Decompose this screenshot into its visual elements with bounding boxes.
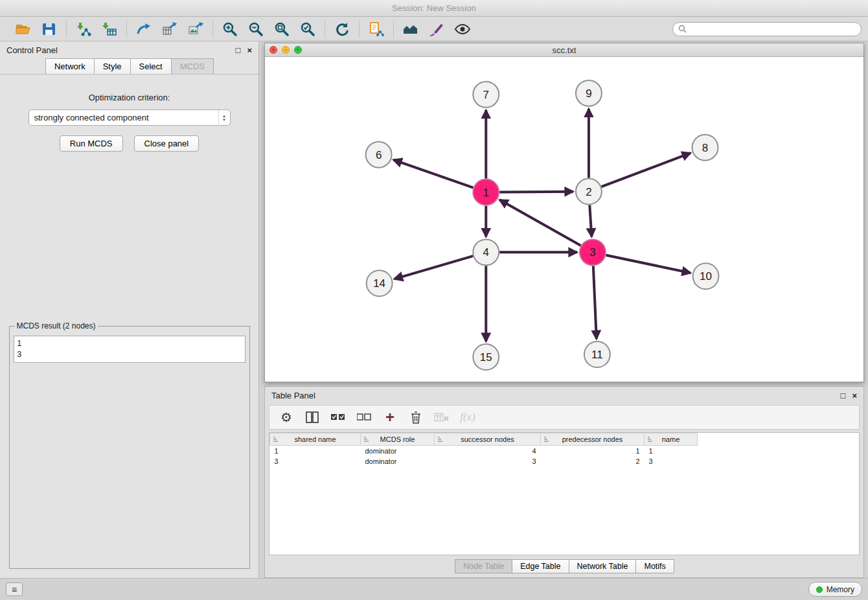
save-session-button[interactable]	[40, 20, 59, 38]
fx-icon: f(x)	[460, 411, 475, 424]
mcds-result-label: MCDS result (2 nodes)	[15, 321, 98, 330]
graph-node-label: 8	[702, 142, 708, 154]
mcds-result-group: MCDS result (2 nodes) 1 3	[9, 321, 250, 569]
graph-canvas[interactable]: 7968124314101511	[265, 57, 863, 382]
cell-shared-name[interactable]: 1	[270, 446, 361, 456]
search-input[interactable]	[690, 25, 856, 34]
brush-icon	[428, 21, 445, 37]
close-window-icon[interactable]: ×	[269, 46, 277, 54]
table-tabs: Node TableEdge TableNetwork TableMotifs	[265, 555, 863, 577]
export-table-button[interactable]	[160, 20, 179, 38]
column-header-mcds-role[interactable]: MCDS role	[361, 433, 435, 446]
graph-node-label: 4	[483, 246, 489, 259]
tab-network-table[interactable]: Network Table	[569, 559, 637, 573]
memory-button[interactable]: Memory	[808, 582, 862, 597]
close-table-panel-icon[interactable]: ×	[852, 391, 857, 400]
cell-successor-nodes[interactable]: 3	[435, 456, 541, 467]
cell-successor-nodes[interactable]: 4	[435, 446, 541, 456]
sort-icon	[437, 436, 444, 444]
show-columns-button[interactable]	[304, 408, 320, 426]
cell-mcds-role[interactable]: dominator	[361, 456, 435, 467]
cell-shared-name[interactable]: 3	[270, 456, 361, 467]
cell-name[interactable]: 1	[645, 446, 698, 456]
table-row[interactable]: 3dominator323	[270, 456, 860, 467]
graph-edge-3-10[interactable]	[606, 255, 691, 273]
zoom-window-icon[interactable]: +	[294, 46, 302, 54]
select-all-rows-button[interactable]	[330, 408, 346, 426]
graph-edge-3-11[interactable]	[593, 266, 597, 339]
zoom-selected-button[interactable]	[298, 20, 317, 38]
column-header-predecessor-nodes[interactable]: predecessor nodes	[541, 433, 645, 446]
run-mcds-button[interactable]: Run MCDS	[60, 135, 123, 152]
table-body: 1dominator4113dominator323	[270, 446, 860, 467]
zoom-fit-button[interactable]	[272, 20, 291, 38]
cell-name[interactable]: 3	[645, 456, 698, 467]
node-table: shared nameMCDS rolesuccessor nodesprede…	[269, 432, 860, 555]
graph-node-label: 6	[376, 149, 382, 161]
minimize-window-icon[interactable]: −	[282, 46, 290, 54]
import-table-icon	[101, 21, 118, 37]
tab-style[interactable]: Style	[94, 58, 131, 75]
import-network-button[interactable]	[74, 20, 93, 38]
graph-node-label: 1	[483, 187, 489, 199]
close-panel-icon[interactable]: ×	[247, 46, 252, 54]
mcds-result-text[interactable]: 1 3	[14, 336, 246, 363]
cell-predecessor-nodes[interactable]: 1	[541, 446, 645, 456]
float-table-panel-icon[interactable]: □	[841, 391, 846, 400]
column-header-successor-nodes[interactable]: successor nodes	[435, 433, 541, 446]
table-settings-button[interactable]: ⚙	[279, 408, 294, 426]
tab-select[interactable]: Select	[130, 58, 172, 75]
table-panel: Table Panel □ × ⚙ +	[264, 386, 864, 578]
graph-edge-2-3[interactable]	[589, 205, 591, 237]
cell-mcds-role[interactable]: dominator	[361, 446, 435, 456]
table-row[interactable]: 1dominator411	[270, 446, 860, 456]
delete-column-button[interactable]	[408, 408, 424, 426]
graph-edge-3-1[interactable]	[499, 200, 581, 246]
eye-icon	[454, 21, 471, 37]
clear-selection-button[interactable]	[356, 408, 372, 426]
open-session-button[interactable]	[14, 20, 33, 38]
add-column-button[interactable]: +	[382, 408, 398, 426]
tab-node-table[interactable]: Node Table	[455, 559, 512, 573]
export-image-button[interactable]	[186, 20, 205, 38]
import-table-button[interactable]	[100, 20, 119, 38]
network-overview-button[interactable]	[401, 20, 420, 38]
graph-edge-1-2[interactable]	[499, 192, 573, 192]
float-panel-icon[interactable]: □	[236, 46, 241, 54]
refresh-button[interactable]	[332, 20, 352, 38]
sort-icon	[363, 436, 370, 444]
tab-network[interactable]: Network	[45, 58, 95, 75]
tab-motifs[interactable]: Motifs	[635, 559, 674, 573]
zoom-out-button[interactable]	[246, 20, 266, 38]
task-history-button[interactable]: ≡	[6, 583, 23, 596]
export-network-button[interactable]	[134, 20, 154, 38]
clone-network-icon	[368, 21, 385, 37]
graph-node-label: 10	[700, 270, 712, 283]
zoom-out-icon	[248, 21, 264, 37]
graph-edge-1-6[interactable]	[393, 160, 473, 188]
cell-predecessor-nodes[interactable]: 2	[541, 456, 645, 467]
zoom-in-button[interactable]	[220, 20, 240, 38]
status-bar: ≡ Memory	[0, 578, 868, 600]
tab-edge-table[interactable]: Edge Table	[512, 559, 569, 573]
optimization-dropdown[interactable]: strongly connected component ▲▼	[29, 110, 231, 126]
function-builder-button[interactable]: f(x)	[460, 408, 475, 426]
network-window-title: scc.txt	[265, 45, 863, 55]
network-window: scc.txt × − + 7968124314101511	[264, 43, 864, 382]
close-panel-button[interactable]: Close panel	[134, 135, 200, 152]
optimization-criterion-label: Optimization criterion:	[89, 93, 170, 102]
network-graph: 7968124314101511	[265, 57, 863, 382]
dropdown-arrows-icon: ▲▼	[218, 110, 230, 125]
trash-icon	[410, 411, 422, 424]
plus-icon: +	[385, 410, 394, 424]
delete-table-button[interactable]	[434, 408, 450, 426]
column-header-name[interactable]: name	[645, 433, 698, 446]
tab-mcds[interactable]: MCDS	[171, 58, 214, 75]
style-brush-button[interactable]	[427, 20, 446, 38]
column-header-shared-name[interactable]: shared name	[270, 433, 361, 446]
graph-edge-2-8[interactable]	[602, 153, 691, 187]
clone-network-button[interactable]	[367, 20, 386, 38]
show-hide-button[interactable]	[453, 20, 472, 38]
graph-edge-4-14[interactable]	[394, 256, 474, 279]
search-field[interactable]	[672, 22, 862, 36]
